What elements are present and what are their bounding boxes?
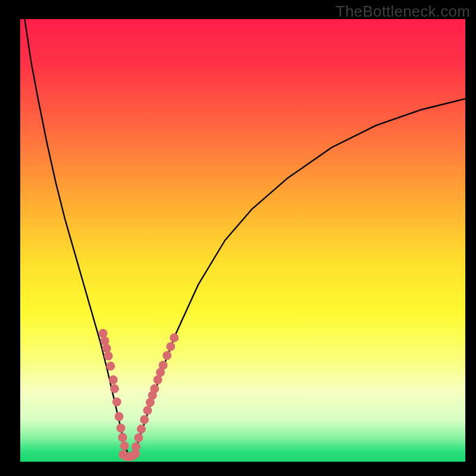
bead-left [115,412,124,421]
bead-left [106,362,115,371]
bead-right [150,384,159,393]
bead-left [104,352,113,361]
bead-right [143,406,152,415]
bead-left [118,433,127,442]
bead-right [170,333,178,342]
bead-right [140,415,149,424]
bead-bottom [131,449,140,458]
bead-left [102,344,111,353]
bead-left [101,336,109,345]
bead-left [110,384,119,393]
bead-left [120,441,129,450]
outer-frame: TheBottleneck.com [0,0,476,476]
bead-left [117,424,126,433]
bead-left [112,397,121,406]
bead-left [109,375,118,384]
watermark-text: TheBottleneck.com [336,2,470,21]
bead-left [99,329,108,338]
gradient-background [20,19,465,462]
bead-right [159,361,168,369]
bead-right [162,351,171,360]
bead-right [166,342,175,351]
chart-svg [0,0,476,476]
bead-right [137,424,146,433]
bead-right [134,433,143,442]
